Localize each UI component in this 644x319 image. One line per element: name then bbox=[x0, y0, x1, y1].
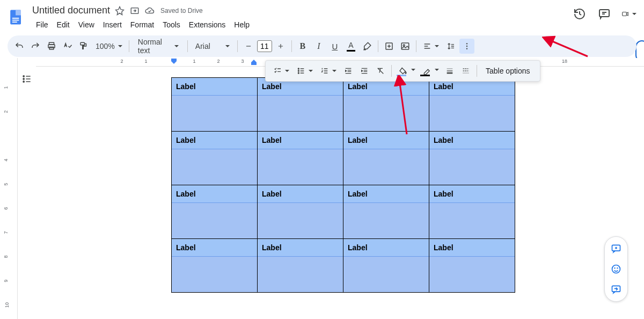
highlight-button[interactable] bbox=[360, 39, 375, 54]
add-comment-icon[interactable] bbox=[610, 242, 623, 255]
svg-rect-2 bbox=[12, 18, 19, 19]
svg-point-21 bbox=[23, 76, 24, 77]
menu-insert[interactable]: Insert bbox=[99, 18, 126, 31]
underline-button[interactable]: U bbox=[327, 39, 342, 54]
caret-down-icon bbox=[225, 45, 230, 47]
cloud-saved-icon[interactable] bbox=[144, 5, 155, 16]
svg-rect-11 bbox=[80, 42, 85, 45]
menu-file[interactable]: File bbox=[32, 18, 52, 31]
bold-button[interactable]: B bbox=[295, 39, 310, 54]
decrease-fontsize-button[interactable] bbox=[241, 39, 256, 54]
more-button[interactable] bbox=[459, 39, 474, 54]
table-cell[interactable]: Label bbox=[258, 239, 343, 293]
toolbar-secondary: Table options bbox=[265, 60, 540, 82]
separator bbox=[237, 40, 238, 52]
history-icon[interactable] bbox=[572, 6, 587, 21]
table-cell[interactable]: Label bbox=[172, 239, 258, 293]
svg-rect-7 bbox=[623, 12, 627, 16]
docs-logo[interactable] bbox=[5, 4, 27, 31]
table-cell[interactable]: Label bbox=[258, 185, 343, 239]
line-spacing-selector[interactable] bbox=[443, 39, 458, 54]
table-cell[interactable]: Label bbox=[429, 185, 515, 239]
table-cell[interactable]: Label bbox=[343, 239, 429, 293]
increase-indent-button[interactable] bbox=[357, 63, 372, 78]
separator bbox=[129, 40, 129, 52]
table-cell[interactable]: Label bbox=[343, 78, 429, 132]
comments-icon[interactable] bbox=[597, 6, 612, 21]
svg-point-28 bbox=[614, 268, 615, 269]
doc-title[interactable]: Untitled document bbox=[32, 5, 110, 16]
menubar: File Edit View Insert Format Tools Exten… bbox=[32, 17, 567, 31]
menu-help[interactable]: Help bbox=[230, 18, 253, 31]
star-icon[interactable] bbox=[114, 5, 125, 16]
separator bbox=[187, 40, 188, 52]
table-cell[interactable]: Label bbox=[429, 132, 515, 185]
table-cell[interactable]: Label bbox=[258, 132, 343, 185]
menu-view[interactable]: View bbox=[75, 18, 98, 31]
align-selector[interactable] bbox=[420, 39, 442, 54]
menu-edit[interactable]: Edit bbox=[53, 18, 74, 31]
meet-icon[interactable] bbox=[621, 6, 636, 21]
table-cell[interactable]: Label bbox=[172, 132, 258, 185]
increase-fontsize-button[interactable] bbox=[273, 39, 288, 54]
italic-button[interactable]: I bbox=[311, 39, 326, 54]
undo-button[interactable] bbox=[12, 39, 27, 54]
insert-link-button[interactable] bbox=[382, 39, 397, 54]
svg-rect-3 bbox=[12, 20, 19, 21]
border-width-button[interactable] bbox=[442, 63, 457, 78]
separator bbox=[378, 40, 378, 52]
document-table[interactable]: Label Label Label Label Label Label Labe… bbox=[171, 77, 515, 293]
font-selector[interactable]: Arial bbox=[191, 39, 234, 54]
decrease-indent-button[interactable] bbox=[341, 63, 356, 78]
svg-point-22 bbox=[23, 78, 24, 79]
svg-point-20 bbox=[298, 73, 299, 74]
style-selector[interactable]: Normal text bbox=[133, 39, 184, 54]
svg-point-29 bbox=[617, 268, 618, 269]
svg-point-19 bbox=[298, 70, 299, 71]
menu-format[interactable]: Format bbox=[127, 18, 158, 31]
vertical-ruler[interactable]: 1 2 4 5 6 7 8 9 10 11 bbox=[0, 58, 18, 319]
svg-point-14 bbox=[403, 45, 405, 46]
outline-button[interactable] bbox=[19, 71, 34, 86]
svg-point-16 bbox=[466, 46, 467, 47]
svg-point-23 bbox=[23, 81, 24, 82]
insert-image-button[interactable] bbox=[398, 39, 413, 54]
redo-button[interactable] bbox=[28, 39, 43, 54]
paint-format-button[interactable] bbox=[76, 39, 91, 54]
zoom-selector[interactable]: 100% bbox=[92, 39, 126, 54]
menu-extensions[interactable]: Extensions bbox=[185, 18, 229, 31]
checklist-button[interactable] bbox=[270, 63, 292, 78]
menu-tools[interactable]: Tools bbox=[159, 18, 184, 31]
document-area[interactable]: Label Label Label Label Label Label Labe… bbox=[36, 67, 644, 319]
numbered-list-button[interactable] bbox=[317, 63, 340, 78]
table-cell[interactable]: Label bbox=[258, 78, 343, 132]
table-cell[interactable]: Label bbox=[343, 132, 429, 185]
print-button[interactable] bbox=[44, 39, 59, 54]
table-options-button[interactable]: Table options bbox=[480, 67, 536, 75]
separator bbox=[391, 65, 392, 77]
cell-background-button[interactable] bbox=[395, 63, 412, 78]
table-cell[interactable]: Label bbox=[343, 185, 429, 239]
svg-point-15 bbox=[466, 43, 467, 44]
spellcheck-button[interactable] bbox=[60, 39, 75, 54]
indent-marker-left[interactable] bbox=[171, 58, 177, 66]
caret-down-icon bbox=[632, 13, 636, 15]
table-cell[interactable]: Label bbox=[172, 185, 258, 239]
svg-point-17 bbox=[466, 48, 467, 49]
border-dash-button[interactable] bbox=[458, 63, 473, 78]
move-icon[interactable] bbox=[129, 5, 140, 16]
suggest-icon[interactable] bbox=[610, 283, 623, 296]
separator bbox=[477, 65, 477, 77]
table-cell[interactable]: Label bbox=[172, 78, 258, 132]
table-cell[interactable]: Label bbox=[429, 78, 515, 132]
text-color-button[interactable]: A bbox=[343, 39, 358, 54]
bulleted-list-button[interactable] bbox=[294, 63, 316, 78]
fontsize-input[interactable] bbox=[257, 40, 272, 52]
indent-marker-right[interactable] bbox=[251, 58, 257, 66]
clear-format-button[interactable] bbox=[373, 63, 388, 78]
border-color-button[interactable] bbox=[419, 63, 436, 78]
emoji-icon[interactable] bbox=[610, 263, 623, 276]
caret-down-icon bbox=[435, 45, 439, 47]
table-cell[interactable]: Label bbox=[429, 239, 515, 293]
svg-rect-6 bbox=[599, 10, 609, 17]
